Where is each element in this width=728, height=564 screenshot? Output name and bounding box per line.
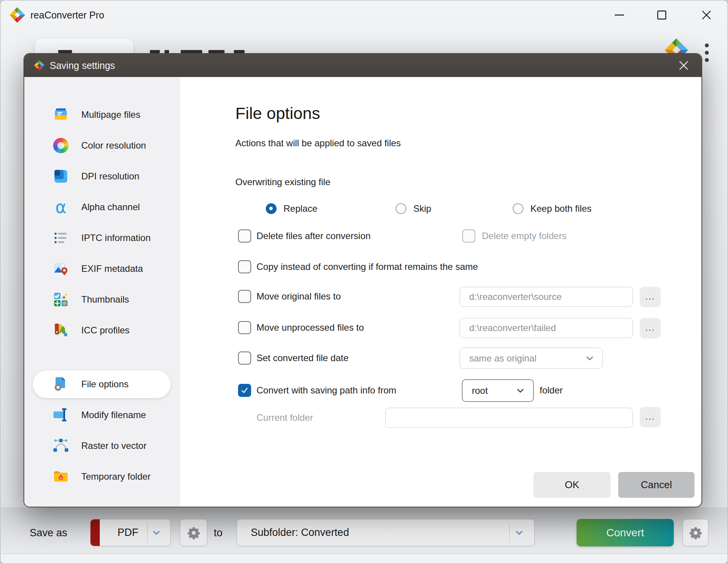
format-color-stripe (91, 519, 100, 546)
path-info-select[interactable]: root (462, 379, 534, 402)
to-label: to (214, 527, 223, 539)
move-original-path-input[interactable] (460, 287, 633, 307)
exif-metadata-icon (52, 260, 69, 277)
delete-files-checkbox[interactable] (238, 229, 251, 243)
maximize-button[interactable] (653, 7, 670, 23)
set-date-value: same as original (469, 353, 537, 364)
sidebar-item-multipage-files[interactable]: Multipage files (24, 99, 180, 130)
radio-skip-label: Skip (413, 203, 431, 214)
current-folder-input[interactable] (385, 408, 633, 428)
convert-button[interactable]: Convert (577, 519, 674, 546)
dialog-sidebar: Multipage files Color resolution DPI res… (24, 77, 180, 507)
format-settings-button[interactable] (180, 519, 207, 546)
sidebar-item-alpha-channel[interactable]: α Alpha channel (24, 192, 180, 223)
radio-keep-both-label: Keep both files (530, 203, 592, 214)
occluded-text-fragment (150, 50, 160, 53)
sidebar-item-dpi-resolution[interactable]: DPI resolution (24, 161, 180, 192)
maximize-icon (657, 10, 666, 20)
cancel-button[interactable]: Cancel (618, 472, 694, 498)
radio-skip[interactable] (396, 203, 406, 214)
sidebar-item-label: Color resolution (81, 130, 146, 161)
check-icon (240, 386, 249, 395)
occluded-text-fragment (181, 50, 202, 53)
temporary-folder-icon (52, 468, 69, 485)
thumbnails-icon (52, 291, 69, 308)
format-value: PDF (111, 527, 145, 539)
sidebar-item-label: EXIF metadata (81, 253, 143, 284)
path-info-suffix-label: folder (540, 385, 563, 396)
sidebar-item-temporary-folder[interactable]: Temporary folder (24, 461, 180, 492)
page-subtitle: Actions that will be applied to saved fi… (235, 138, 401, 149)
sidebar-item-label: ICC profiles (81, 315, 129, 346)
sidebar-item-file-options[interactable]: File options (33, 370, 171, 398)
raster-to-vector-icon (52, 437, 69, 454)
close-window-button[interactable] (698, 7, 715, 23)
radio-replace[interactable] (266, 203, 277, 214)
set-date-select[interactable]: same as original (460, 348, 603, 369)
iptc-information-icon (52, 229, 69, 246)
ok-button[interactable]: OK (533, 472, 611, 498)
delete-empty-folders-label: Delete empty folders (482, 231, 567, 241)
sidebar-item-color-resolution[interactable]: Color resolution (24, 130, 180, 161)
dpi-resolution-icon (52, 168, 69, 185)
move-unprocessed-checkbox[interactable] (238, 321, 251, 334)
destination-select[interactable]: Subfolder: Converted (237, 519, 535, 546)
occluded-text-fragment (208, 50, 225, 53)
save-as-label: Save as (30, 527, 67, 539)
icc-profiles-icon (52, 322, 69, 339)
close-icon (702, 10, 711, 20)
path-info-checkbox[interactable] (238, 384, 251, 397)
sidebar-item-exif-metadata[interactable]: EXIF metadata (24, 253, 180, 284)
app-logo-icon (9, 7, 26, 23)
gear-icon (689, 526, 703, 540)
minimize-button[interactable] (611, 7, 628, 23)
sidebar-item-raster-to-vector[interactable]: Raster to vector (24, 430, 180, 461)
format-select[interactable]: PDF (90, 519, 171, 546)
file-options-icon (52, 376, 69, 393)
window-bottom-strip (1, 554, 728, 564)
alpha-channel-icon: α (52, 199, 69, 216)
divider (147, 523, 148, 543)
sidebar-item-label: Thumbnails (81, 284, 129, 315)
occluded-text-fragment (164, 50, 169, 53)
radio-keep-both-files[interactable] (513, 203, 523, 214)
sidebar-item-label: Raster to vector (81, 430, 146, 461)
sidebar-item-icc-profiles[interactable]: ICC profiles (24, 315, 180, 346)
divider (509, 523, 510, 543)
sidebar-item-thumbnails[interactable]: Thumbnails (24, 284, 180, 315)
current-folder-browse-button[interactable]: ... (640, 407, 661, 427)
overwrite-section-label: Overwriting existing file (235, 177, 330, 187)
convert-label: Convert (606, 527, 644, 539)
chevron-down-icon (153, 531, 160, 535)
path-info-value: root (472, 385, 488, 396)
multipage-files-icon (52, 106, 69, 123)
move-original-browse-button[interactable]: ... (640, 287, 661, 307)
page-title: File options (235, 104, 320, 123)
move-unprocessed-path-input[interactable] (460, 318, 633, 338)
app-window: reaConverter Pro Save as PDF to Subfolde… (0, 0, 728, 564)
copy-instead-checkbox[interactable] (238, 260, 251, 273)
delete-empty-folders-checkbox[interactable] (462, 229, 475, 243)
set-date-checkbox[interactable] (238, 351, 251, 365)
move-original-checkbox[interactable] (238, 290, 251, 303)
close-dialog-button[interactable] (677, 59, 691, 72)
sidebar-item-label: Alpha channel (81, 192, 140, 223)
close-icon (679, 61, 688, 70)
sidebar-item-label: File options (81, 370, 129, 398)
sidebar-item-iptc-information[interactable]: IPTC information (24, 223, 180, 253)
set-date-label: Set converted file date (257, 353, 349, 363)
minimize-icon (615, 14, 624, 16)
chevron-down-icon (517, 388, 524, 393)
overflow-menu-button[interactable] (703, 41, 711, 64)
current-folder-label: Current folder (257, 412, 313, 423)
destination-value: Subfolder: Converted (251, 527, 349, 539)
modify-filename-icon (52, 407, 69, 423)
conversion-settings-button[interactable] (683, 519, 708, 546)
move-unprocessed-browse-button[interactable]: ... (640, 318, 661, 338)
sidebar-item-modify-filename[interactable]: Modify filename (24, 400, 180, 430)
dialog-header: Saving settings (24, 54, 701, 77)
delete-files-label: Delete files after conversion (257, 231, 371, 241)
chevron-down-icon (586, 356, 593, 361)
radio-replace-label: Replace (283, 203, 317, 214)
move-original-label: Move original files to (257, 291, 341, 302)
